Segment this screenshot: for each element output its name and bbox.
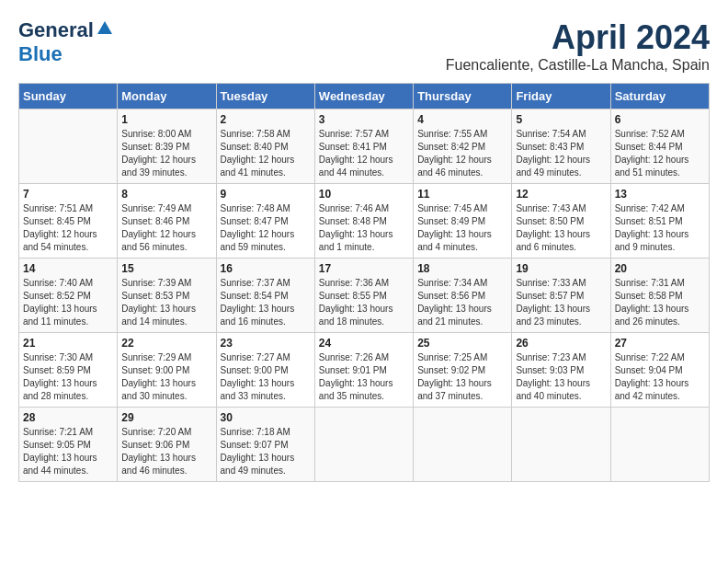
day-number: 7	[23, 188, 113, 201]
calendar-cell: 1Sunrise: 8:00 AM Sunset: 8:39 PM Daylig…	[118, 109, 216, 184]
svg-marker-0	[97, 21, 112, 34]
day-number: 25	[417, 337, 507, 350]
day-number: 6	[615, 113, 705, 126]
calendar-cell: 4Sunrise: 7:55 AM Sunset: 8:42 PM Daylig…	[414, 109, 512, 184]
calendar-cell: 21Sunrise: 7:30 AM Sunset: 8:59 PM Dayli…	[19, 333, 118, 408]
day-number: 22	[121, 337, 211, 350]
day-number: 13	[615, 188, 705, 201]
day-number: 14	[23, 262, 113, 275]
day-number: 17	[319, 262, 409, 275]
calendar-week-2: 7Sunrise: 7:51 AM Sunset: 8:45 PM Daylig…	[19, 184, 710, 259]
day-number: 19	[516, 262, 606, 275]
logo: General Blue	[18, 18, 114, 66]
day-content: Sunrise: 7:45 AM Sunset: 8:49 PM Dayligh…	[417, 202, 507, 254]
calendar-cell	[19, 109, 118, 184]
calendar-cell: 13Sunrise: 7:42 AM Sunset: 8:51 PM Dayli…	[610, 184, 709, 259]
day-content: Sunrise: 7:42 AM Sunset: 8:51 PM Dayligh…	[615, 202, 705, 254]
calendar-cell	[414, 408, 512, 482]
header-cell-monday: Monday	[118, 84, 216, 109]
calendar-cell: 14Sunrise: 7:40 AM Sunset: 8:52 PM Dayli…	[19, 259, 118, 333]
day-content: Sunrise: 7:37 AM Sunset: 8:54 PM Dayligh…	[221, 277, 311, 328]
day-number: 8	[121, 188, 211, 201]
day-number: 29	[121, 411, 211, 424]
day-content: Sunrise: 7:36 AM Sunset: 8:55 PM Dayligh…	[319, 277, 409, 328]
header: General Blue April 2024 Fuencaliente, Ca…	[18, 18, 710, 74]
day-number: 10	[319, 188, 409, 201]
day-content: Sunrise: 7:23 AM Sunset: 9:03 PM Dayligh…	[516, 351, 606, 403]
calendar-cell: 9Sunrise: 7:48 AM Sunset: 8:47 PM Daylig…	[216, 184, 314, 259]
day-content: Sunrise: 7:51 AM Sunset: 8:45 PM Dayligh…	[23, 202, 113, 254]
day-content: Sunrise: 7:20 AM Sunset: 9:06 PM Dayligh…	[121, 426, 211, 477]
day-number: 21	[23, 337, 113, 350]
calendar-cell: 7Sunrise: 7:51 AM Sunset: 8:45 PM Daylig…	[19, 184, 118, 259]
day-content: Sunrise: 7:43 AM Sunset: 8:50 PM Dayligh…	[516, 202, 606, 254]
title-area: April 2024 Fuencaliente, Castille-La Man…	[446, 18, 710, 74]
calendar-cell: 2Sunrise: 7:58 AM Sunset: 8:40 PM Daylig…	[216, 109, 314, 184]
calendar-cell: 25Sunrise: 7:25 AM Sunset: 9:02 PM Dayli…	[414, 333, 512, 408]
calendar-week-1: 1Sunrise: 8:00 AM Sunset: 8:39 PM Daylig…	[19, 109, 710, 184]
calendar-cell: 15Sunrise: 7:39 AM Sunset: 8:53 PM Dayli…	[118, 259, 216, 333]
day-number: 18	[417, 262, 507, 275]
day-content: Sunrise: 7:40 AM Sunset: 8:52 PM Dayligh…	[23, 277, 113, 328]
calendar-cell: 12Sunrise: 7:43 AM Sunset: 8:50 PM Dayli…	[512, 184, 610, 259]
day-number: 1	[121, 113, 211, 126]
day-content: Sunrise: 7:55 AM Sunset: 8:42 PM Dayligh…	[417, 128, 507, 179]
calendar-week-4: 21Sunrise: 7:30 AM Sunset: 8:59 PM Dayli…	[19, 333, 710, 408]
day-content: Sunrise: 7:30 AM Sunset: 8:59 PM Dayligh…	[23, 351, 113, 403]
calendar-cell: 27Sunrise: 7:22 AM Sunset: 9:04 PM Dayli…	[610, 333, 709, 408]
day-content: Sunrise: 7:27 AM Sunset: 9:00 PM Dayligh…	[221, 351, 311, 403]
calendar-cell: 18Sunrise: 7:34 AM Sunset: 8:56 PM Dayli…	[414, 259, 512, 333]
calendar-cell: 6Sunrise: 7:52 AM Sunset: 8:44 PM Daylig…	[610, 109, 709, 184]
day-content: Sunrise: 7:21 AM Sunset: 9:05 PM Dayligh…	[23, 426, 113, 477]
day-content: Sunrise: 7:52 AM Sunset: 8:44 PM Dayligh…	[615, 128, 705, 179]
calendar-cell: 30Sunrise: 7:18 AM Sunset: 9:07 PM Dayli…	[216, 408, 314, 482]
day-content: Sunrise: 7:22 AM Sunset: 9:04 PM Dayligh…	[615, 351, 705, 403]
calendar-cell	[314, 408, 413, 482]
calendar-week-5: 28Sunrise: 7:21 AM Sunset: 9:05 PM Dayli…	[19, 408, 710, 482]
calendar-cell: 10Sunrise: 7:46 AM Sunset: 8:48 PM Dayli…	[314, 184, 413, 259]
calendar-cell	[610, 408, 709, 482]
calendar-header-row: SundayMondayTuesdayWednesdayThursdayFrid…	[19, 84, 710, 109]
logo-general: General	[18, 18, 94, 42]
day-content: Sunrise: 7:18 AM Sunset: 9:07 PM Dayligh…	[221, 426, 311, 477]
calendar-cell: 20Sunrise: 7:31 AM Sunset: 8:58 PM Dayli…	[610, 259, 709, 333]
day-number: 24	[319, 337, 409, 350]
calendar-cell: 5Sunrise: 7:54 AM Sunset: 8:43 PM Daylig…	[512, 109, 610, 184]
calendar-body: 1Sunrise: 8:00 AM Sunset: 8:39 PM Daylig…	[19, 109, 710, 482]
day-number: 5	[516, 113, 606, 126]
day-content: Sunrise: 7:25 AM Sunset: 9:02 PM Dayligh…	[417, 351, 507, 403]
day-number: 12	[516, 188, 606, 201]
day-content: Sunrise: 7:57 AM Sunset: 8:41 PM Dayligh…	[319, 128, 409, 179]
day-number: 16	[221, 262, 311, 275]
page-subtitle: Fuencaliente, Castille-La Mancha, Spain	[446, 57, 710, 74]
day-number: 11	[417, 188, 507, 201]
day-content: Sunrise: 7:49 AM Sunset: 8:46 PM Dayligh…	[121, 202, 211, 254]
day-content: Sunrise: 7:26 AM Sunset: 9:01 PM Dayligh…	[319, 351, 409, 403]
calendar-cell: 23Sunrise: 7:27 AM Sunset: 9:00 PM Dayli…	[216, 333, 314, 408]
day-number: 9	[221, 188, 311, 201]
calendar-cell	[512, 408, 610, 482]
calendar-cell: 17Sunrise: 7:36 AM Sunset: 8:55 PM Dayli…	[314, 259, 413, 333]
calendar-cell: 26Sunrise: 7:23 AM Sunset: 9:03 PM Dayli…	[512, 333, 610, 408]
day-number: 15	[121, 262, 211, 275]
calendar-table: SundayMondayTuesdayWednesdayThursdayFrid…	[18, 83, 710, 482]
calendar-cell: 8Sunrise: 7:49 AM Sunset: 8:46 PM Daylig…	[118, 184, 216, 259]
calendar-cell: 16Sunrise: 7:37 AM Sunset: 8:54 PM Dayli…	[216, 259, 314, 333]
calendar-cell: 24Sunrise: 7:26 AM Sunset: 9:01 PM Dayli…	[314, 333, 413, 408]
day-number: 27	[615, 337, 705, 350]
calendar-cell: 29Sunrise: 7:20 AM Sunset: 9:06 PM Dayli…	[118, 408, 216, 482]
calendar-cell: 3Sunrise: 7:57 AM Sunset: 8:41 PM Daylig…	[314, 109, 413, 184]
header-cell-saturday: Saturday	[610, 84, 709, 109]
day-content: Sunrise: 7:39 AM Sunset: 8:53 PM Dayligh…	[121, 277, 211, 328]
day-content: Sunrise: 7:33 AM Sunset: 8:57 PM Dayligh…	[516, 277, 606, 328]
day-number: 2	[221, 113, 311, 126]
calendar-cell: 11Sunrise: 7:45 AM Sunset: 8:49 PM Dayli…	[414, 184, 512, 259]
calendar-cell: 19Sunrise: 7:33 AM Sunset: 8:57 PM Dayli…	[512, 259, 610, 333]
day-content: Sunrise: 7:29 AM Sunset: 9:00 PM Dayligh…	[121, 351, 211, 403]
calendar-cell: 28Sunrise: 7:21 AM Sunset: 9:05 PM Dayli…	[19, 408, 118, 482]
day-number: 30	[221, 411, 311, 424]
day-content: Sunrise: 7:54 AM Sunset: 8:43 PM Dayligh…	[516, 128, 606, 179]
day-number: 3	[319, 113, 409, 126]
logo-blue: Blue	[18, 42, 63, 65]
day-content: Sunrise: 7:46 AM Sunset: 8:48 PM Dayligh…	[319, 202, 409, 254]
